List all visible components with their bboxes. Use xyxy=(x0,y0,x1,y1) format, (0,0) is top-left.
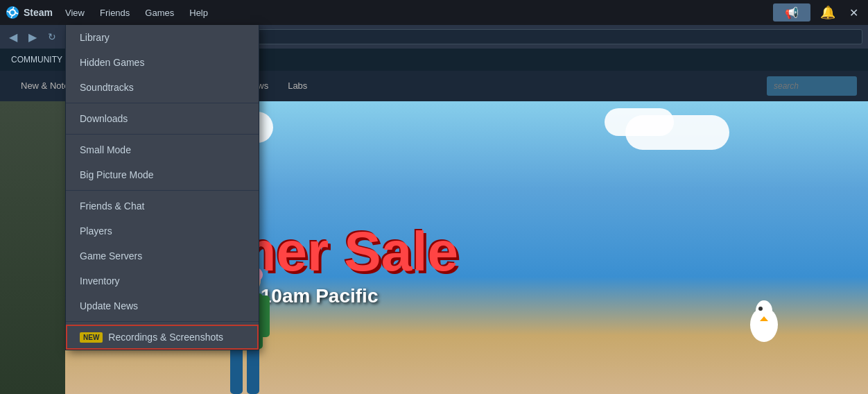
svg-rect-6 xyxy=(230,345,243,394)
view-dropdown-menu: Library Hidden Games Soundtracks Downloa… xyxy=(65,25,259,350)
svg-point-14 xyxy=(758,307,763,311)
svg-point-0 xyxy=(6,6,19,19)
nav-friends[interactable]: Friends xyxy=(93,5,137,21)
steam-icon xyxy=(6,6,19,19)
menu-item-update-news[interactable]: Update News xyxy=(66,293,259,318)
menu-item-downloads[interactable]: Downloads xyxy=(66,106,259,131)
menu-item-big-picture-mode[interactable]: Big Picture Mode xyxy=(66,162,259,187)
divider-2 xyxy=(66,134,259,135)
close-icon: ✕ xyxy=(849,7,858,19)
menu-item-inventory[interactable]: Inventory xyxy=(66,268,259,293)
bird-decoration xyxy=(729,269,799,394)
menu-item-library[interactable]: Library xyxy=(66,25,259,50)
bell-icon: 🔔 xyxy=(820,6,835,19)
nav-view[interactable]: View xyxy=(58,5,92,21)
menu-item-hidden-games[interactable]: Hidden Games xyxy=(66,50,259,75)
community-link[interactable]: COMMUNITY xyxy=(11,55,62,65)
steam-logo: Steam xyxy=(6,6,53,19)
side-scene xyxy=(0,101,69,394)
search-input[interactable] xyxy=(767,76,857,96)
menu-item-friends-chat[interactable]: Friends & Chat xyxy=(66,194,259,219)
back-button[interactable]: ◀ xyxy=(6,29,21,45)
tab-labs[interactable]: Labs xyxy=(278,71,317,101)
svg-rect-7 xyxy=(247,345,259,394)
divider-3 xyxy=(66,190,259,191)
menu-item-recordings-screenshots[interactable]: NEW Recordings & Screenshots xyxy=(66,325,259,350)
svg-rect-5 xyxy=(259,296,270,337)
close-button[interactable]: ✕ xyxy=(845,5,862,21)
title-bar: Steam View Friends Games Help 📢 🔔 ✕ xyxy=(0,0,868,25)
title-nav: View Friends Games Help xyxy=(58,5,215,21)
megaphone-icon: 📢 xyxy=(785,6,799,19)
menu-item-small-mode[interactable]: Small Mode xyxy=(66,137,259,162)
new-badge: NEW xyxy=(80,332,103,343)
divider-4 xyxy=(66,321,259,322)
app-name: Steam xyxy=(24,7,53,18)
divider-1 xyxy=(66,103,259,103)
refresh-button[interactable]: ↻ xyxy=(44,30,60,44)
nav-help[interactable]: Help xyxy=(182,5,215,21)
notification-button[interactable]: 🔔 xyxy=(816,3,840,22)
menu-item-soundtracks[interactable]: Soundtracks xyxy=(66,75,259,100)
announcement-button[interactable]: 📢 xyxy=(773,3,810,22)
title-bar-right: 📢 🔔 ✕ xyxy=(773,3,862,22)
building-decoration xyxy=(0,101,69,394)
forward-button[interactable]: ▶ xyxy=(25,29,40,45)
nav-games[interactable]: Games xyxy=(138,5,181,21)
menu-item-players[interactable]: Players xyxy=(66,219,259,243)
menu-item-game-servers[interactable]: Game Servers xyxy=(66,243,259,268)
